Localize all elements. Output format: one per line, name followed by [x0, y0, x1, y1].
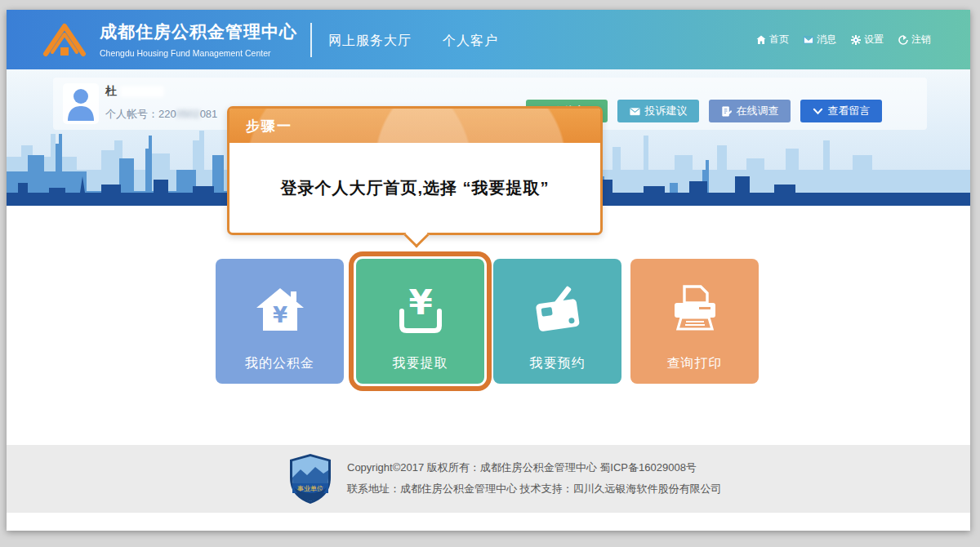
- site-title: 成都住房公积金管理中心: [100, 20, 297, 43]
- copyright-line: Copyright©2017 版权所有：成都住房公积金管理中心 蜀ICP备160…: [347, 457, 722, 478]
- nav-settings-label: 设置: [864, 33, 884, 47]
- user-account: 个人帐号：2200502081: [105, 107, 217, 122]
- nav-logout[interactable]: 注销: [898, 33, 931, 47]
- printer-icon: [668, 283, 722, 337]
- top-navigation: 首页 消息 设置 注销: [756, 33, 931, 47]
- nav-logout-label: 注销: [911, 33, 931, 47]
- footer-text: Copyright©2017 版权所有：成都住房公积金管理中心 蜀ICP备160…: [347, 457, 722, 500]
- user-name: 杜: [105, 84, 164, 99]
- page: 成都住房公积金管理中心 Chengdu Housing Fund Managem…: [7, 10, 970, 531]
- bottom-strip: [7, 513, 970, 531]
- step-tooltip-header: 步骤一: [229, 109, 600, 143]
- header-divider: [310, 23, 312, 57]
- tile-print[interactable]: 查询打印: [630, 259, 759, 384]
- nav-home-label: 首页: [769, 33, 789, 47]
- tile-my-fund[interactable]: ¥ 我的公积金: [216, 259, 344, 384]
- portal-main-title: 网上服务大厅: [328, 33, 412, 50]
- step-title: 步骤一: [246, 117, 292, 136]
- portal-titles: 网上服务大厅 个人客户: [328, 33, 498, 50]
- contact-line: 联系地址：成都住房公积金管理中心 技术支持：四川久远银海软件股份有限公司: [347, 478, 722, 500]
- user-account-label: 个人帐号：: [105, 108, 158, 120]
- envelope-icon: [630, 106, 640, 117]
- withdraw-yuan-icon: ¥: [394, 283, 448, 337]
- user-account-redacted: 0502: [176, 108, 200, 120]
- card-pen-icon: [531, 283, 585, 337]
- survey-button[interactable]: 在线调查: [709, 100, 791, 122]
- survey-icon: [721, 106, 732, 117]
- home-icon: [756, 35, 766, 45]
- tile-withdraw-label: 我要提取: [356, 355, 484, 372]
- public-institution-badge-icon[interactable]: 事业单位: [287, 453, 333, 505]
- complaint-button[interactable]: 投诉建议: [617, 100, 699, 122]
- brand-block: 成都住房公积金管理中心 Chengdu Housing Fund Managem…: [100, 20, 297, 58]
- survey-label: 在线调查: [737, 104, 779, 118]
- tile-withdraw[interactable]: ¥ 我要提取: [356, 259, 484, 384]
- site-subtitle: Chengdu Housing Fund Management Center: [100, 48, 297, 58]
- app-header: 成都住房公积金管理中心 Chengdu Housing Fund Managem…: [7, 10, 970, 69]
- house-yuan-icon: ¥: [253, 283, 307, 337]
- portal-client-type: 个人客户: [443, 33, 498, 50]
- user-name-visible: 杜: [105, 84, 117, 99]
- logout-icon: [898, 35, 908, 45]
- page-footer: 事业单位 Copyright©2017 版权所有：成都住房公积金管理中心 蜀IC…: [7, 445, 970, 513]
- chevron-down-icon: [813, 106, 823, 117]
- view-messages-button[interactable]: 查看留言: [800, 100, 882, 122]
- step-instruction: 登录个人大厅首页,选择 “我要提取”: [229, 143, 600, 233]
- step-tooltip: 步骤一 登录个人大厅首页,选择 “我要提取”: [227, 106, 603, 235]
- nav-settings[interactable]: 设置: [851, 33, 884, 47]
- svg-text:¥: ¥: [272, 303, 287, 327]
- avatar: [63, 83, 99, 124]
- nav-messages[interactable]: 消息: [804, 33, 836, 47]
- user-account-prefix: 220: [158, 108, 176, 120]
- tile-appointment[interactable]: 我要预约: [493, 259, 621, 384]
- user-name-redacted: [120, 86, 164, 97]
- user-account-suffix: 081: [200, 108, 218, 120]
- badge-label: 事业单位: [297, 485, 323, 492]
- logo-door: [60, 47, 69, 56]
- tile-appointment-label: 我要预约: [493, 355, 621, 372]
- gear-icon: [851, 35, 861, 45]
- complaint-label: 投诉建议: [645, 104, 688, 118]
- tile-my-fund-label: 我的公积金: [216, 355, 344, 372]
- nav-messages-label: 消息: [817, 33, 836, 47]
- message-icon: [804, 35, 813, 45]
- view-messages-label: 查看留言: [828, 104, 871, 118]
- tile-print-label: 查询打印: [630, 355, 759, 372]
- nav-home[interactable]: 首页: [756, 33, 789, 47]
- chengdu-fund-logo-icon: [39, 20, 90, 60]
- svg-text:¥: ¥: [408, 283, 432, 322]
